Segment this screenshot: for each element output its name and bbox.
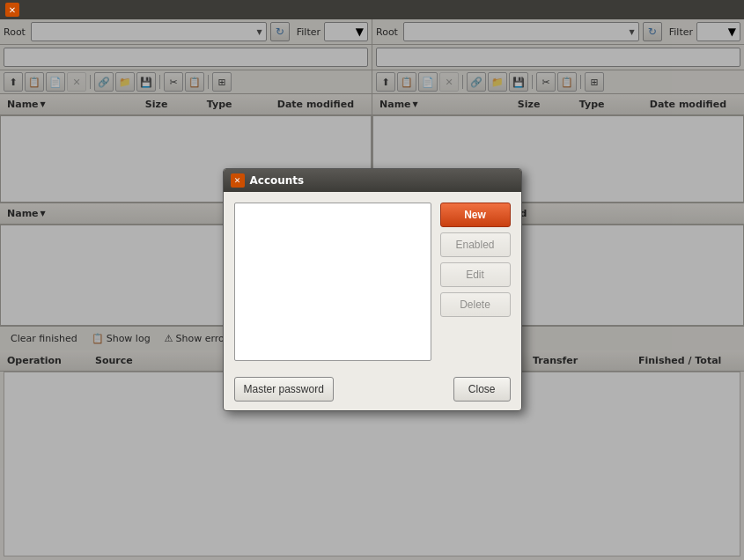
modal-title: Accounts — [250, 174, 305, 187]
modal-close-button[interactable]: Close — [453, 377, 511, 402]
accounts-modal: ✕ Accounts New Enabled Edit Delete Maste… — [223, 168, 522, 411]
modal-overlay: ✕ Accounts New Enabled Edit Delete Maste… — [0, 19, 744, 560]
modal-title-bar: ✕ Accounts — [224, 169, 521, 192]
modal-body: New Enabled Edit Delete — [224, 192, 521, 372]
title-bar: ✕ — [0, 0, 744, 19]
close-icon: ✕ — [9, 5, 16, 15]
modal-buttons: New Enabled Edit Delete — [440, 203, 511, 361]
enabled-button[interactable]: Enabled — [440, 232, 511, 257]
delete-button[interactable]: Delete — [440, 292, 511, 317]
master-password-button[interactable]: Master password — [234, 377, 334, 402]
edit-button[interactable]: Edit — [440, 262, 511, 287]
modal-footer: Master password Close — [224, 372, 521, 410]
modal-close-icon: ✕ — [234, 176, 241, 185]
window-close-button[interactable]: ✕ — [5, 3, 19, 17]
accounts-list[interactable] — [234, 203, 431, 361]
modal-close-icon-button[interactable]: ✕ — [231, 173, 245, 188]
new-button[interactable]: New — [440, 203, 511, 227]
